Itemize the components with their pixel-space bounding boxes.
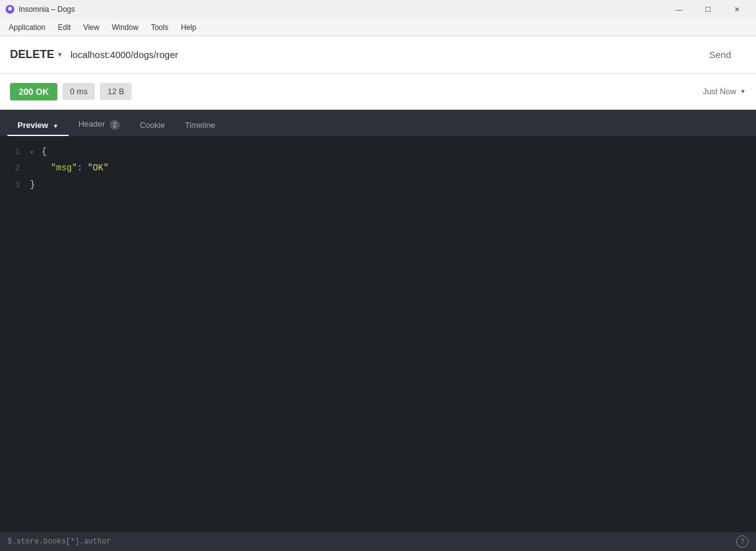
collapse-icon[interactable]: ▾ — [30, 149, 34, 156]
url-input[interactable] — [70, 49, 687, 60]
menu-view[interactable]: View — [77, 21, 105, 34]
menu-tools[interactable]: Tools — [145, 21, 175, 34]
close-button[interactable]: ✕ — [722, 0, 751, 19]
title-bar: Insomnia – Dogs — ☐ ✕ — [0, 0, 756, 19]
line-number-1: 1 — [0, 147, 30, 157]
line-content-2: "msg": "OK" — [30, 161, 109, 175]
tab-timeline[interactable]: Timeline — [175, 115, 225, 136]
response-toolbar: 200 OK 0 ms 12 B Just Now ▼ — [0, 74, 756, 110]
menu-window[interactable]: Window — [105, 21, 145, 34]
response-body: 1 ▾ { 2 "msg": "OK" 3 } — [0, 136, 756, 532]
app-icon — [5, 4, 15, 14]
status-badge: 200 OK — [10, 83, 57, 100]
help-button[interactable]: ? — [736, 535, 749, 548]
request-bar: DELETE ▼ Send — [0, 36, 756, 74]
tab-preview-label: Preview — [17, 120, 48, 130]
timestamp-label: Just Now — [703, 87, 736, 96]
code-line-2: 2 "msg": "OK" — [0, 160, 756, 176]
method-label: DELETE — [10, 48, 54, 61]
tab-header[interactable]: Header 2 — [69, 114, 130, 136]
window-title: Insomnia – Dogs — [19, 5, 665, 14]
method-selector[interactable]: DELETE ▼ — [10, 48, 63, 61]
bottom-hint: $.store.books[*].author — [7, 537, 111, 546]
maximize-button[interactable]: ☐ — [694, 0, 722, 19]
tab-timeline-label: Timeline — [185, 120, 215, 130]
line-content-1: ▾ { — [30, 145, 47, 158]
size-metric: 12 B — [100, 83, 132, 100]
tab-header-label: Header — [79, 119, 105, 129]
timestamp-dropdown-icon[interactable]: ▼ — [740, 88, 746, 95]
menu-bar: Application Edit View Window Tools Help — [0, 19, 756, 36]
svg-point-1 — [8, 7, 12, 11]
timestamp-area: Just Now ▼ — [703, 87, 746, 96]
tab-preview-arrow: ▼ — [53, 123, 59, 129]
code-line-1: 1 ▾ { — [0, 144, 756, 160]
menu-help[interactable]: Help — [175, 21, 203, 34]
tab-cookie[interactable]: Cookie — [130, 115, 175, 136]
send-button[interactable]: Send — [694, 44, 746, 65]
tab-cookie-label: Cookie — [140, 120, 165, 130]
line-content-3: } — [30, 178, 35, 192]
method-dropdown-icon: ▼ — [57, 51, 63, 58]
time-metric: 0 ms — [62, 83, 95, 100]
menu-application[interactable]: Application — [2, 21, 52, 34]
bottom-bar: $.store.books[*].author ? — [0, 532, 756, 551]
menu-edit[interactable]: Edit — [52, 21, 77, 34]
tabs-bar: Preview ▼ Header 2 Cookie Timeline — [0, 110, 756, 136]
tab-preview[interactable]: Preview ▼ — [7, 115, 69, 136]
window-controls: — ☐ ✕ — [665, 0, 751, 19]
line-number-3: 3 — [0, 180, 30, 190]
code-line-3: 3 } — [0, 177, 756, 193]
line-number-2: 2 — [0, 163, 30, 173]
minimize-button[interactable]: — — [665, 0, 694, 19]
tab-header-badge: 2 — [110, 120, 120, 130]
